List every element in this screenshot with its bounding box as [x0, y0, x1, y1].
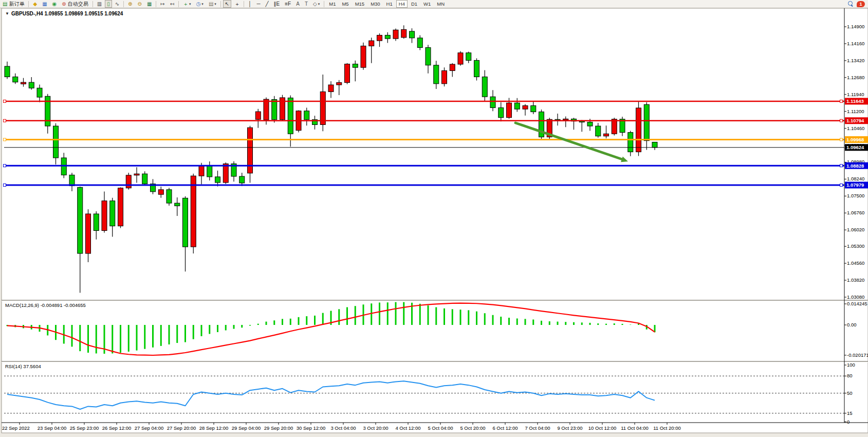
- channel-button[interactable]: ∥E: [272, 0, 282, 8]
- bullish-candle: [458, 53, 463, 64]
- bullish-candle: [361, 46, 366, 67]
- fibonacci-icon: ≡F: [285, 1, 291, 7]
- level-price-tag: 1.09968: [845, 136, 868, 143]
- bearish-candle: [410, 31, 415, 38]
- bearish-candle: [239, 176, 245, 183]
- line-handle[interactable]: [840, 184, 843, 186]
- bearish-candle: [37, 88, 42, 97]
- price-axis-label: 1.06020: [847, 227, 864, 232]
- bearish-candle: [498, 108, 504, 118]
- timeframes-menu-button[interactable]: ◷▾: [194, 0, 206, 8]
- line-handle[interactable]: [4, 165, 6, 167]
- timeframe-button-h4[interactable]: H4: [396, 0, 408, 8]
- bar-chart-icon[interactable]: ▥: [95, 0, 104, 8]
- new-order-button[interactable]: ▤新订单: [1, 0, 26, 8]
- price-axis-label: 1.06760: [847, 210, 864, 215]
- svg-text:1.07979: 1.07979: [846, 182, 864, 188]
- auto-scroll-icon[interactable]: ↦: [158, 0, 167, 8]
- bearish-candle: [482, 77, 487, 97]
- price-axis-label: 1.04560: [847, 260, 864, 266]
- line-handle[interactable]: [840, 119, 843, 122]
- cursor-button[interactable]: ↖: [223, 0, 231, 8]
- chart-header[interactable]: ▼GBPUSD-,H4 1.09855 1.09869 1.09515 1.09…: [5, 11, 123, 16]
- market-watch-icon[interactable]: ◆: [31, 0, 39, 8]
- templates-menu-button[interactable]: ▤▾: [207, 0, 218, 8]
- bullish-candle: [255, 112, 261, 119]
- line-handle[interactable]: [4, 184, 6, 186]
- bullish-candle: [158, 190, 163, 194]
- timeframe-button-w1[interactable]: W1: [421, 0, 433, 8]
- line-handle[interactable]: [840, 138, 843, 141]
- tile-windows-icon[interactable]: ▦: [145, 0, 154, 8]
- time-axis-label: 28 Sep 12:00: [199, 425, 229, 431]
- timeframe-button-m30[interactable]: M30: [368, 0, 382, 8]
- text-icon: A: [296, 1, 300, 7]
- bearish-candle: [53, 126, 59, 158]
- bullish-candle: [523, 106, 528, 110]
- line-chart-icon[interactable]: ∿: [113, 0, 121, 8]
- bearish-candle: [652, 142, 657, 148]
- time-axis-label: 29 Sep 20:00: [264, 425, 293, 431]
- templates-menu-icon: ▤: [209, 1, 213, 7]
- trendline-icon: ╱: [266, 1, 269, 7]
- search-icon[interactable]: [848, 1, 854, 7]
- crosshair-icon: ＋: [234, 1, 239, 7]
- horizontal-line-button[interactable]: ─: [254, 0, 262, 8]
- bearish-candle: [531, 106, 536, 112]
- text-label-button[interactable]: T: [303, 0, 310, 8]
- main-toolbar: ▤新订单◆▦◉⊚自动交易▥▯∿⊕⊖▦↦↤＋▾◷▾▤▾↖＋│─╱∥E≡FAT◇▾M…: [0, 0, 868, 8]
- trendline-button[interactable]: ╱: [264, 0, 271, 8]
- zoom-out-icon: ⊖: [137, 1, 141, 7]
- svg-text:1.08828: 1.08828: [846, 163, 864, 169]
- time-axis-label: 5 Oct 20:00: [460, 425, 485, 431]
- shapes-button[interactable]: ◇▾: [311, 0, 322, 8]
- time-axis-label: 5 Oct 04:00: [428, 425, 453, 431]
- fibonacci-button[interactable]: ≡F: [283, 0, 293, 8]
- symbol-dropdown-icon[interactable]: ▼: [5, 11, 9, 16]
- bearish-candle: [587, 122, 593, 126]
- notification-badge[interactable]: 1: [857, 1, 865, 7]
- crosshair-button[interactable]: ＋: [232, 0, 242, 8]
- data-window-icon: ▦: [42, 1, 47, 7]
- text-button[interactable]: A: [294, 0, 302, 8]
- timeframe-button-m15[interactable]: M15: [353, 0, 367, 8]
- timeframe-button-d1[interactable]: D1: [409, 0, 420, 8]
- timeframe-button-h1[interactable]: H1: [384, 0, 395, 8]
- svg-text:1.11643: 1.11643: [846, 98, 864, 104]
- bearish-candle: [385, 35, 390, 39]
- auto-scroll-icon: ↦: [160, 1, 164, 7]
- toolbar-separator: [178, 1, 179, 7]
- vertical-line-button[interactable]: │: [246, 0, 253, 8]
- timeframe-button-mn[interactable]: MN: [434, 0, 447, 8]
- line-handle[interactable]: [4, 100, 6, 102]
- chart-shift-icon[interactable]: ↤: [168, 0, 176, 8]
- zoom-out-icon[interactable]: ⊖: [135, 0, 143, 8]
- chart-canvas[interactable]: 1.149001.141601.134201.126801.119401.112…: [0, 8, 868, 437]
- bearish-candle: [304, 111, 309, 120]
- line-handle[interactable]: [4, 138, 6, 141]
- timeframe-button-m1[interactable]: M1: [326, 0, 338, 8]
- time-axis-label: 23 Sep 04:00: [38, 425, 67, 431]
- line-handle[interactable]: [840, 165, 843, 167]
- auto-trading-button[interactable]: ⊚自动交易: [60, 0, 90, 8]
- toolbar-separator: [93, 1, 93, 7]
- bearish-candle: [167, 190, 172, 203]
- signals-icon[interactable]: ◉: [50, 0, 59, 8]
- toolbar-separator: [220, 1, 221, 7]
- candlestick-chart-icon[interactable]: ▯: [105, 0, 112, 8]
- time-axis-label: 4 Oct 12:00: [395, 425, 420, 431]
- timeframe-button-m5[interactable]: M5: [339, 0, 351, 8]
- zoom-in-icon[interactable]: ⊕: [126, 0, 134, 8]
- data-window-icon[interactable]: ▦: [40, 0, 49, 8]
- level-price-tag: 1.11643: [845, 98, 868, 104]
- line-handle[interactable]: [840, 100, 843, 102]
- add-indicator-button[interactable]: ＋▾: [181, 0, 193, 8]
- bullish-candle: [450, 64, 455, 70]
- bullish-candle: [507, 103, 512, 117]
- macd-axis-label: 0.014245: [847, 301, 867, 306]
- line-handle[interactable]: [4, 119, 6, 122]
- bearish-candle: [175, 203, 180, 206]
- bearish-candle: [272, 100, 277, 120]
- chart-window: 1.149001.141601.134201.126801.119401.112…: [0, 8, 868, 437]
- time-axis-label: 3 Oct 04:00: [330, 425, 356, 431]
